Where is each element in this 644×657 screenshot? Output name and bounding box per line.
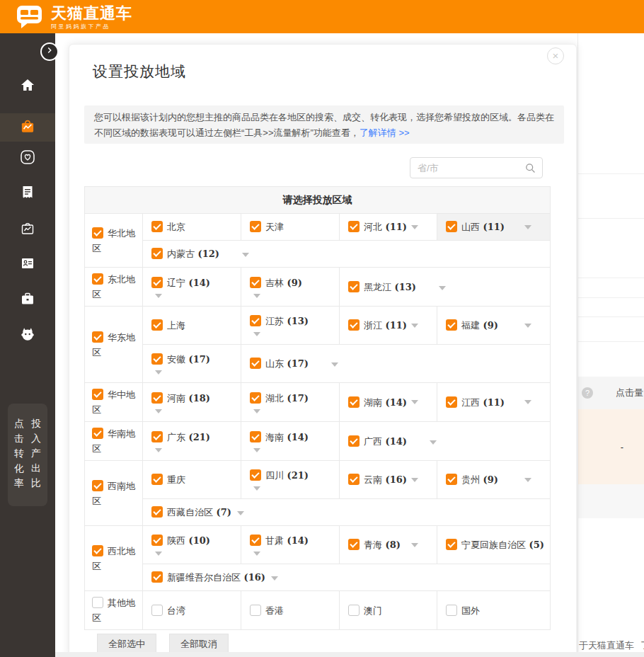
option-label[interactable]: 江西 [461,397,480,408]
sidebar-item-tmall[interactable] [0,321,55,350]
sidebar-item-campaign-active[interactable] [0,113,55,142]
dropdown-arrow-icon[interactable] [155,552,162,556]
dropdown-arrow-icon[interactable] [550,544,551,548]
option-label[interactable]: 山西 [461,222,480,232]
dropdown-arrow-icon[interactable] [155,448,162,452]
option-label[interactable]: 河北 [364,222,382,232]
checked-checkbox[interactable] [151,571,163,583]
sidebar-expand-button[interactable] [40,42,59,61]
checked-checkbox[interactable] [348,539,360,550]
dropdown-arrow-icon[interactable] [524,324,531,328]
checked-checkbox[interactable] [250,392,261,404]
dropdown-arrow-icon[interactable] [411,225,418,229]
checked-checkbox[interactable] [250,315,261,326]
checked-checkbox[interactable] [151,474,163,485]
checked-checkbox[interactable] [348,281,360,292]
option-label[interactable]: 北京 [167,222,185,232]
checked-checkbox[interactable] [92,273,103,285]
checked-checkbox[interactable] [446,539,457,550]
checked-checkbox[interactable] [92,480,103,491]
checked-checkbox[interactable] [92,389,103,400]
learn-more-link[interactable]: 了解详情 >> [360,127,410,138]
checked-checkbox[interactable] [348,474,360,485]
checked-checkbox[interactable] [250,469,261,481]
dropdown-arrow-icon[interactable] [430,440,437,445]
checked-checkbox[interactable] [151,535,163,546]
checked-checkbox[interactable] [92,331,103,343]
unchecked-checkbox[interactable] [250,605,261,616]
dropdown-arrow-icon[interactable] [411,543,418,547]
dropdown-arrow-icon[interactable] [524,225,531,229]
dropdown-arrow-icon[interactable] [253,409,260,413]
option-label[interactable]: 福建 [461,320,480,331]
checked-checkbox[interactable] [250,431,261,442]
checked-checkbox[interactable] [446,319,457,331]
dropdown-arrow-icon[interactable] [271,576,278,581]
checked-checkbox[interactable] [151,248,163,259]
option-label[interactable]: 辽宁 [167,278,185,288]
option-label[interactable]: 西藏自治区 [167,507,213,518]
checked-checkbox[interactable] [151,392,163,404]
dropdown-arrow-icon[interactable] [237,511,244,515]
dropdown-arrow-icon[interactable] [411,478,418,482]
option-label[interactable]: 云南 [364,474,382,485]
brand[interactable]: 天猫直通车 阿里妈妈旗下产品 [14,2,132,33]
option-label[interactable]: 江苏 [265,316,284,326]
option-label[interactable]: 河南 [167,393,185,404]
option-label[interactable]: 海南 [265,432,284,442]
option-label[interactable]: 安徽 [167,354,185,365]
option-label[interactable]: 黑龙江 [364,282,391,292]
dropdown-arrow-icon[interactable] [155,409,162,413]
sidebar-item-shop[interactable] [0,215,55,244]
option-label[interactable]: 陕西 [167,535,185,546]
sidebar-item-account-card[interactable] [0,251,55,279]
checked-checkbox[interactable] [151,431,163,442]
dropdown-arrow-icon[interactable] [411,400,418,404]
dropdown-arrow-icon[interactable] [411,324,418,328]
dropdown-arrow-icon[interactable] [524,400,531,404]
unchecked-checkbox[interactable] [92,597,103,608]
checked-checkbox[interactable] [250,358,261,369]
dropdown-arrow-icon[interactable] [524,478,531,482]
option-label[interactable]: 香港 [265,605,284,616]
option-label[interactable]: 贵州 [461,474,480,485]
close-icon[interactable]: × [547,47,564,64]
option-label[interactable]: 青海 [364,539,382,550]
option-label[interactable]: 国外 [461,605,480,616]
checked-checkbox[interactable] [92,227,103,239]
dropdown-arrow-icon[interactable] [155,294,162,298]
checked-checkbox[interactable] [92,545,103,556]
checked-checkbox[interactable] [151,319,163,331]
sidebar-item-reports[interactable] [0,180,55,208]
checked-checkbox[interactable] [348,319,360,331]
checked-checkbox[interactable] [250,277,261,288]
unchecked-checkbox[interactable] [446,605,457,616]
checked-checkbox[interactable] [151,506,163,518]
option-label[interactable]: 台湾 [167,605,185,616]
option-label[interactable]: 吉林 [265,278,284,288]
sidebar-item-favorites[interactable] [0,144,55,173]
option-label[interactable]: 甘肃 [265,535,284,546]
search-input[interactable] [418,158,524,178]
checked-checkbox[interactable] [250,221,261,232]
checked-checkbox[interactable] [151,353,163,365]
dropdown-arrow-icon[interactable] [253,332,260,336]
dropdown-arrow-icon[interactable] [253,448,260,452]
sidebar-item-home[interactable] [0,72,55,101]
dropdown-arrow-icon[interactable] [253,486,260,491]
option-label[interactable]: 宁夏回族自治区 [461,539,526,550]
dropdown-arrow-icon[interactable] [253,294,260,298]
checked-checkbox[interactable] [250,535,261,546]
unchecked-checkbox[interactable] [151,605,163,616]
dropdown-arrow-icon[interactable] [439,286,446,290]
option-label[interactable]: 天津 [265,222,284,232]
checked-checkbox[interactable] [446,221,457,232]
unchecked-checkbox[interactable] [348,605,360,616]
option-label[interactable]: 湖南 [364,397,382,408]
option-label[interactable]: 四川 [265,470,284,481]
checked-checkbox[interactable] [446,474,457,485]
checked-checkbox[interactable] [348,221,360,232]
checked-checkbox[interactable] [151,277,163,288]
dropdown-arrow-icon[interactable] [331,362,338,367]
sidebar-item-business[interactable] [0,286,55,314]
